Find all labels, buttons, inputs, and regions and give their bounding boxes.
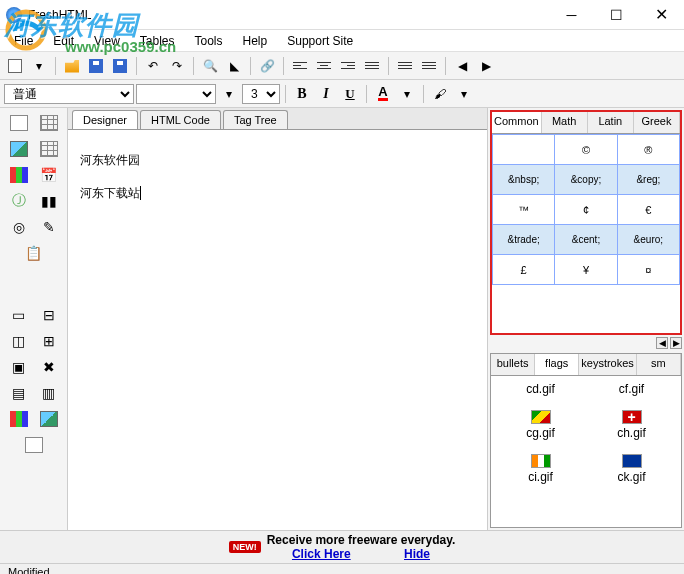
list-ol-button[interactable] (418, 55, 440, 77)
tool-copy[interactable]: 📋 (21, 242, 47, 264)
open-button[interactable] (61, 55, 83, 77)
font-picker-button[interactable]: ▾ (218, 83, 240, 105)
char-cell[interactable]: ® (617, 135, 679, 165)
gallery-item[interactable]: cd.gif (497, 382, 584, 396)
tool-table[interactable] (36, 112, 62, 134)
link-button[interactable]: 🔗 (256, 55, 278, 77)
redo-button[interactable]: ↷ (166, 55, 188, 77)
tool-barcode[interactable]: ▮▮ (36, 190, 62, 212)
chartab-math[interactable]: Math (542, 112, 588, 133)
bold-button[interactable]: B (291, 83, 313, 105)
indent-button[interactable]: ▶ (475, 55, 497, 77)
font-select[interactable] (136, 84, 216, 104)
saveall-button[interactable] (109, 55, 131, 77)
panel-nav-prev[interactable]: ◀ (656, 337, 668, 349)
tool-delete[interactable]: ✖ (36, 356, 62, 378)
char-code[interactable]: &nbsp; (493, 165, 555, 195)
char-cell[interactable]: ¤ (617, 255, 679, 285)
tool-script[interactable]: Ⓙ (6, 190, 32, 212)
new-button[interactable] (4, 55, 26, 77)
galtab-sm[interactable]: sm (637, 354, 681, 375)
editor-canvas[interactable]: 河东软件园 河东下载站 (68, 130, 487, 530)
gallery-item[interactable]: ci.gif (497, 448, 584, 484)
align-right-button[interactable] (337, 55, 359, 77)
new-dropdown[interactable]: ▾ (28, 55, 50, 77)
list-ul-button[interactable] (394, 55, 416, 77)
maximize-button[interactable]: ☐ (594, 1, 639, 29)
tool-image[interactable] (6, 138, 32, 160)
char-code[interactable]: &trade; (493, 225, 555, 255)
tool-target[interactable]: ◎ (6, 216, 32, 238)
menu-help[interactable]: Help (233, 31, 278, 51)
minimize-button[interactable]: ─ (549, 1, 594, 29)
align-left-button[interactable] (289, 55, 311, 77)
tool-splitv[interactable]: ◫ (6, 330, 32, 352)
char-cell[interactable]: £ (493, 255, 555, 285)
gallery-item[interactable]: ck.gif (588, 448, 675, 484)
char-cell[interactable]: € (617, 195, 679, 225)
char-cell[interactable]: ¥ (555, 255, 617, 285)
tool-page[interactable] (6, 112, 32, 134)
tool-layer[interactable]: ▤ (6, 382, 32, 404)
italic-button[interactable]: I (315, 83, 337, 105)
toolbar-main: ▾ ↶ ↷ 🔍 ◣ 🔗 ◀ ▶ (0, 52, 684, 80)
galtab-keystrokes[interactable]: keystrokes (579, 354, 637, 375)
tab-tagtree[interactable]: Tag Tree (223, 110, 288, 129)
chartab-common[interactable]: Common (492, 112, 542, 133)
tool-chart[interactable] (6, 408, 32, 430)
char-cell[interactable]: ™ (493, 195, 555, 225)
save-button[interactable] (85, 55, 107, 77)
menu-tools[interactable]: Tools (185, 31, 233, 51)
tool-frame[interactable]: ▭ (6, 304, 32, 326)
gallery-item[interactable]: cf.gif (588, 382, 675, 396)
align-center-button[interactable] (313, 55, 335, 77)
char-cell[interactable] (493, 135, 555, 165)
fontcolor-dropdown[interactable]: ▾ (396, 83, 418, 105)
find-button[interactable]: 🔍 (199, 55, 221, 77)
promo-hide-link[interactable]: Hide (404, 547, 430, 561)
char-cell[interactable]: © (555, 135, 617, 165)
align-justify-button[interactable] (361, 55, 383, 77)
menu-tables[interactable]: Tables (130, 31, 185, 51)
tool-bar[interactable] (6, 164, 32, 186)
promo-click-link[interactable]: Click Here (292, 547, 351, 561)
chartab-greek[interactable]: Greek (634, 112, 680, 133)
gallery-item[interactable]: ch.gif (588, 404, 675, 440)
tool-photo[interactable] (36, 408, 62, 430)
tool-expand[interactable]: ▣ (6, 356, 32, 378)
format-select[interactable]: 普通 (4, 84, 134, 104)
tool-form[interactable] (21, 434, 47, 456)
tool-grid[interactable] (36, 138, 62, 160)
outdent-button[interactable]: ◀ (451, 55, 473, 77)
tab-designer[interactable]: Designer (72, 110, 138, 129)
char-code[interactable]: &reg; (617, 165, 679, 195)
undo-button[interactable]: ↶ (142, 55, 164, 77)
tool-calendar[interactable]: 📅 (36, 164, 62, 186)
galtab-flags[interactable]: flags (535, 354, 579, 375)
menubar: File Edit View Tables Tools Help Support… (0, 30, 684, 52)
tag-button[interactable]: ◣ (223, 55, 245, 77)
menu-edit[interactable]: Edit (43, 31, 84, 51)
char-code[interactable]: &copy; (555, 165, 617, 195)
tool-layers[interactable]: ▥ (36, 382, 62, 404)
bgcolor-dropdown[interactable]: ▾ (453, 83, 475, 105)
menu-support[interactable]: Support Site (277, 31, 363, 51)
char-code[interactable]: &cent; (555, 225, 617, 255)
char-cell[interactable]: ¢ (555, 195, 617, 225)
menu-file[interactable]: File (4, 31, 43, 51)
char-code[interactable]: &euro; (617, 225, 679, 255)
gallery-item[interactable]: cg.gif (497, 404, 584, 440)
bgcolor-button[interactable]: 🖌 (429, 83, 451, 105)
close-button[interactable]: ✕ (639, 1, 684, 29)
panel-nav-next[interactable]: ▶ (670, 337, 682, 349)
galtab-bullets[interactable]: bullets (491, 354, 535, 375)
tab-htmlcode[interactable]: HTML Code (140, 110, 221, 129)
tool-win[interactable]: ⊞ (36, 330, 62, 352)
menu-view[interactable]: View (84, 31, 130, 51)
underline-button[interactable]: U (339, 83, 361, 105)
fontcolor-button[interactable]: A (372, 83, 394, 105)
tool-splith[interactable]: ⊟ (36, 304, 62, 326)
tool-edit[interactable]: ✎ (36, 216, 62, 238)
chartab-latin[interactable]: Latin (588, 112, 634, 133)
size-select[interactable]: 3 (242, 84, 280, 104)
